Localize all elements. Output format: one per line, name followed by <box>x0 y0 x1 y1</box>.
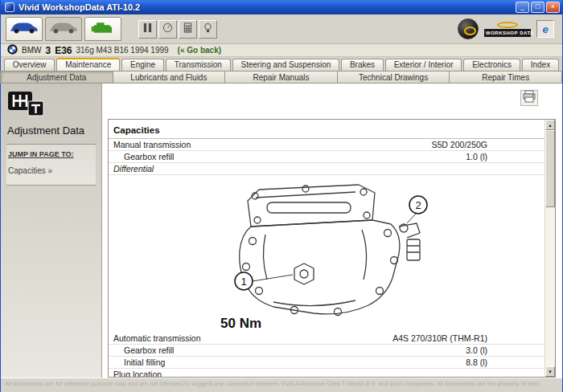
data-scrollbox: Capacities Manual transmission S5D 200/2… <box>108 119 556 378</box>
jump-panel: JUMP IN PAGE TO: Capacities » <box>6 144 96 186</box>
row-label: Gearbox refill <box>113 152 174 161</box>
table-row: Gearbox refill 1.0 (l) <box>109 151 545 163</box>
tab-steering-and-suspension[interactable]: Steering and Suspension <box>232 59 339 71</box>
scroll-up-button[interactable]: ▲ <box>545 120 555 130</box>
vehicle-engine-years: 316g M43 B16 1994 1999 <box>76 46 169 55</box>
internet-button[interactable]: e <box>536 20 554 38</box>
app-icon <box>5 2 14 12</box>
torque-label: 50 Nm <box>220 316 261 331</box>
tab-index[interactable]: Index <box>522 59 559 71</box>
workshopdata-logo: WORKSHOP DATA <box>484 22 531 37</box>
tool-button-group <box>138 20 219 39</box>
tab-electronics[interactable]: Electronics <box>463 59 520 71</box>
table-row: Manual transmission S5D 200/250G <box>109 139 545 151</box>
titlebar: Vivid WorkshopData ATI-10.2 _ □ × <box>1 0 562 14</box>
car-selection-button[interactable] <box>6 17 43 41</box>
primary-tabs: Overview Maintenance Engine Transmission… <box>1 57 562 71</box>
jump-in-page-label: JUMP IN PAGE TO: <box>8 150 94 158</box>
tab-adjustment-data[interactable]: Adjustment Data <box>0 71 113 84</box>
table-row: Gearbox refill 3.0 (l) <box>109 345 545 357</box>
calculator-icon <box>183 22 193 36</box>
help-tool-button[interactable] <box>199 20 217 39</box>
calculator-tool-button[interactable] <box>179 20 197 39</box>
workshopdata-oval-icon <box>497 22 518 28</box>
row-label: Plug location <box>113 370 162 377</box>
internet-e-icon: e <box>542 23 548 35</box>
main-body: Adjustment Data JUMP IN PAGE TO: Capacit… <box>1 84 562 378</box>
pillar-icon <box>142 22 153 36</box>
gray-car-icon <box>48 20 79 38</box>
tab-transmission[interactable]: Transmission <box>166 59 231 71</box>
blue-car-icon <box>9 20 39 38</box>
tab-repair-manuals[interactable]: Repair Manuals <box>224 71 338 84</box>
row-label: Differential <box>113 164 154 174</box>
vehicle-bar: BMW 3 E36 316g M43 B16 1994 1999 (« Go b… <box>1 44 562 57</box>
diagnostics-tool-button[interactable] <box>158 20 177 39</box>
row-value: 1.0 (l) <box>466 152 487 161</box>
table-row: Plug location <box>109 369 545 377</box>
scroll-down-button[interactable]: ▼ <box>545 366 555 377</box>
table-row: Differential <box>109 163 545 175</box>
row-label: Manual transmission <box>113 140 191 149</box>
second-car-button[interactable] <box>45 17 82 41</box>
lift-tool-button[interactable] <box>138 20 157 39</box>
printer-icon <box>522 90 536 107</box>
go-back-link[interactable]: (« Go back) <box>178 46 221 55</box>
row-label: Automatic transmission <box>113 333 201 343</box>
gauge-icon <box>162 22 173 36</box>
row-value: 3.0 (l) <box>466 345 487 355</box>
row-label: Initial filling <box>113 357 165 367</box>
workshopdata-logo-text: WORKSHOP DATA <box>484 29 531 37</box>
secondary-tabs: Adjustment Data Lubricants and Fluids Re… <box>1 71 562 84</box>
capacities-table: Capacities Manual transmission S5D 200/2… <box>109 120 545 377</box>
tab-brakes[interactable]: Brakes <box>341 59 384 71</box>
vivid-logo-icon <box>458 18 479 39</box>
window-title: Vivid WorkshopData ATI-10.2 <box>18 2 514 12</box>
scrollbar-track[interactable] <box>545 130 555 366</box>
minimize-button[interactable]: _ <box>516 2 529 13</box>
callout-1-number: 1 <box>240 276 246 288</box>
adjustment-data-icon <box>7 91 96 120</box>
module-selection-button[interactable] <box>84 17 121 41</box>
section-title: Capacities <box>109 120 545 139</box>
tab-repair-times[interactable]: Repair Times <box>449 71 562 84</box>
maximize-button[interactable]: □ <box>531 2 545 13</box>
vertical-scrollbar[interactable]: ▲ ▼ <box>545 120 555 377</box>
row-value: A4S 270/310R (THM-R1) <box>392 333 487 343</box>
row-value: 8.8 (l) <box>466 357 487 367</box>
app-window: Vivid WorkshopData ATI-10.2 _ □ × <box>0 0 563 392</box>
print-button[interactable] <box>520 90 538 106</box>
row-label: Gearbox refill <box>113 345 174 355</box>
tab-overview[interactable]: Overview <box>4 59 55 71</box>
vehicle-chassis: E36 <box>55 45 72 56</box>
vehicle-make: BMW <box>22 46 41 55</box>
callout-2-number: 2 <box>415 199 421 211</box>
row-value: S5D 200/250G <box>432 140 487 149</box>
vehicle-model: 3 <box>45 45 51 56</box>
table-row: Automatic transmission A4S 270/310R (THM… <box>109 333 545 345</box>
toolbar-brand-area: WORKSHOP DATA e <box>458 18 557 39</box>
footer-disclaimer: All trademarks are for reference purpose… <box>1 378 562 392</box>
sidebar: Adjustment Data JUMP IN PAGE TO: Capacit… <box>1 84 102 378</box>
bulb-icon <box>203 22 213 36</box>
tab-engine[interactable]: Engine <box>121 59 164 71</box>
tab-technical-drawings[interactable]: Technical Drawings <box>337 71 450 84</box>
sidebar-title: Adjustment Data <box>7 125 96 137</box>
scrollbar-thumb[interactable] <box>545 130 555 207</box>
table-row: Initial filling 8.8 (l) <box>109 357 545 369</box>
close-button[interactable]: × <box>546 2 560 13</box>
content-area: Capacities Manual transmission S5D 200/2… <box>102 84 562 378</box>
tab-exterior-interior[interactable]: Exterior / Interior <box>385 59 462 71</box>
tab-lubricants-and-fluids[interactable]: Lubricants and Fluids <box>113 71 226 84</box>
tab-maintenance[interactable]: Maintenance <box>56 58 120 71</box>
toolbar: WORKSHOP DATA e <box>1 14 562 44</box>
jump-link-capacities[interactable]: Capacities » <box>8 166 94 175</box>
differential-diagram: 1 2 50 Nm <box>217 178 545 331</box>
bmw-logo-icon <box>7 43 18 58</box>
green-engine-icon <box>90 20 116 39</box>
